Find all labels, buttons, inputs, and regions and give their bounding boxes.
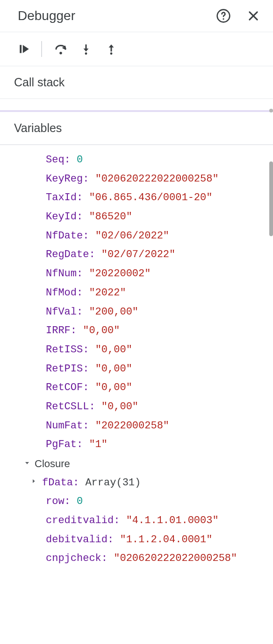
variable-row[interactable]: NfDate: "02/06/2022" bbox=[5, 227, 268, 246]
variable-row[interactable]: RetCOF: "0,00" bbox=[5, 378, 268, 398]
variable-key: IRRF bbox=[46, 325, 71, 336]
variable-key: debitvalid bbox=[46, 534, 108, 546]
closure-label: Closure bbox=[35, 455, 70, 474]
variable-row[interactable]: RegDate: "02/07/2022" bbox=[5, 245, 268, 265]
variable-row[interactable]: debitvalid: "1.1.2.04.0001" bbox=[5, 531, 268, 550]
variable-value: 0 bbox=[77, 154, 83, 166]
variable-key: RetCOF bbox=[46, 382, 83, 393]
variable-value: "2022" bbox=[89, 287, 126, 299]
variable-value: "200,00" bbox=[89, 306, 138, 318]
variable-value: "86520" bbox=[89, 211, 132, 223]
svg-point-3 bbox=[59, 52, 62, 55]
chevron-right-icon bbox=[29, 475, 38, 490]
callstack-heading[interactable]: Call stack bbox=[0, 66, 273, 99]
variable-row[interactable]: cnpjcheck: "020620222022000258" bbox=[5, 549, 268, 568]
variable-key: KeyReg bbox=[46, 173, 83, 185]
variable-key: fData bbox=[42, 477, 73, 489]
step-over-icon[interactable] bbox=[50, 39, 71, 59]
variable-value: "020620222022000258" bbox=[95, 173, 219, 185]
variable-key: NfMod bbox=[46, 287, 77, 299]
variable-row[interactable]: creditvalid: "4.1.1.01.0003" bbox=[5, 511, 268, 531]
variable-key: RetCSLL bbox=[46, 401, 89, 413]
svg-rect-2 bbox=[20, 45, 22, 53]
variable-row[interactable]: RetPIS: "0,00" bbox=[5, 360, 268, 379]
variable-row[interactable]: RetCSLL: "0,00" bbox=[5, 398, 268, 417]
variable-key: cnpjcheck bbox=[46, 553, 101, 564]
debugger-header: Debugger bbox=[0, 0, 273, 32]
variable-key: NumFat bbox=[46, 420, 83, 432]
toolbar-divider bbox=[41, 41, 42, 57]
variable-value: "0,00" bbox=[83, 325, 120, 336]
svg-point-5 bbox=[85, 52, 87, 55]
variable-row[interactable]: TaxId: "06.865.436/0001-20" bbox=[5, 189, 268, 208]
variable-key: RegDate bbox=[46, 249, 89, 260]
variable-value: "2022000258" bbox=[95, 420, 169, 432]
variable-value: "1.1.2.04.0001" bbox=[120, 534, 212, 546]
variables-body: Seq: 0KeyReg: "020620222022000258"TaxId:… bbox=[0, 145, 273, 573]
chevron-down-icon bbox=[22, 456, 32, 472]
variable-value: "02/06/2022" bbox=[95, 230, 169, 242]
variables-heading[interactable]: Variables bbox=[0, 112, 273, 145]
step-in-icon[interactable] bbox=[76, 39, 96, 59]
variable-key: Seq bbox=[46, 154, 65, 166]
variable-value: "0,00" bbox=[95, 344, 132, 356]
variable-key: RetPIS bbox=[46, 363, 83, 375]
callstack-body bbox=[0, 99, 273, 112]
variable-row[interactable]: NumFat: "2022000258" bbox=[5, 417, 268, 436]
variable-value: "0,00" bbox=[95, 382, 132, 393]
variable-value: "1" bbox=[89, 439, 108, 450]
closure-scope-row[interactable]: Closure bbox=[5, 455, 268, 474]
variable-value: "0,00" bbox=[101, 401, 138, 413]
variable-key: KeyId bbox=[46, 211, 77, 223]
header-actions bbox=[216, 8, 260, 23]
variable-value: "02/07/2022" bbox=[101, 249, 175, 260]
svg-point-1 bbox=[223, 18, 224, 20]
variable-row[interactable]: NfVal: "200,00" bbox=[5, 303, 268, 322]
variable-value: "020620222022000258" bbox=[114, 553, 237, 564]
variable-row[interactable]: KeyReg: "020620222022000258" bbox=[5, 170, 268, 189]
svg-rect-6 bbox=[110, 46, 112, 52]
fdata-row[interactable]: fData: Array(31) bbox=[5, 474, 268, 493]
scrollbar-thumb[interactable] bbox=[269, 161, 273, 236]
variable-row[interactable]: KeyId: "86520" bbox=[5, 208, 268, 227]
variable-row[interactable]: NfNum: "20220002" bbox=[5, 265, 268, 284]
variable-key: NfNum bbox=[46, 268, 77, 280]
variable-value: "06.865.436/0001-20" bbox=[89, 192, 212, 203]
close-icon[interactable] bbox=[247, 9, 260, 22]
debugger-toolbar bbox=[0, 32, 273, 66]
debugger-title: Debugger bbox=[18, 8, 75, 23]
variable-row[interactable]: RetISS: "0,00" bbox=[5, 341, 268, 360]
variable-key: NfDate bbox=[46, 230, 83, 242]
variable-value: "20220002" bbox=[89, 268, 151, 280]
variable-row[interactable]: Seq: 0 bbox=[5, 151, 268, 170]
variable-key: row bbox=[46, 496, 65, 507]
variable-row[interactable]: NfMod: "2022" bbox=[5, 284, 268, 303]
variable-key: PgFat bbox=[46, 439, 77, 450]
variable-value: Array(31) bbox=[85, 477, 141, 489]
step-out-icon[interactable] bbox=[101, 39, 122, 59]
variable-row[interactable]: PgFat: "1" bbox=[5, 435, 268, 455]
variable-value: "0,00" bbox=[95, 363, 132, 375]
variable-key: NfVal bbox=[46, 306, 77, 318]
variable-key: creditvalid bbox=[46, 515, 114, 526]
variable-value: "4.1.1.01.0003" bbox=[126, 515, 219, 526]
resume-icon[interactable] bbox=[14, 39, 35, 59]
variable-value: 0 bbox=[77, 496, 83, 507]
variable-key: RetISS bbox=[46, 344, 83, 356]
variable-row[interactable]: IRRF: "0,00" bbox=[5, 322, 268, 341]
svg-point-7 bbox=[110, 52, 113, 55]
help-icon[interactable] bbox=[216, 8, 231, 23]
variable-row[interactable]: row: 0 bbox=[5, 492, 268, 511]
variable-key: TaxId bbox=[46, 192, 77, 203]
